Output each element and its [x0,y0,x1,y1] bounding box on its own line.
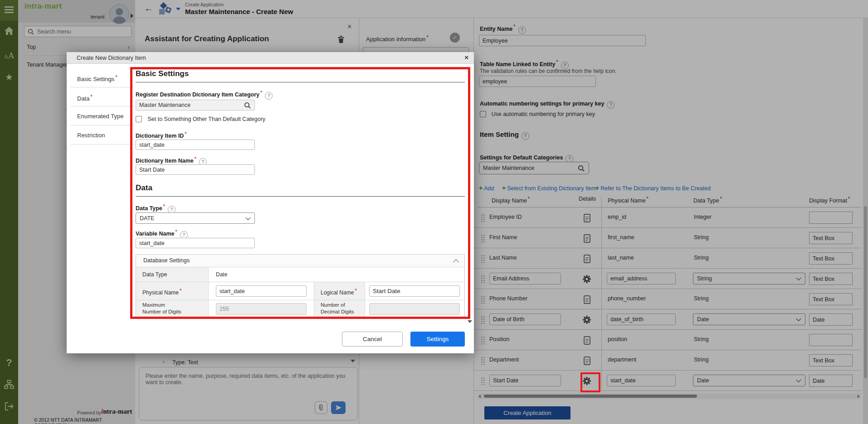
data-type-select[interactable]: DATE [136,212,255,224]
db-logical-name-field[interactable]: Start Date [369,285,460,297]
modal-title-bar: Create New Dictionary Item × [67,52,474,64]
collapse-icon [453,259,459,265]
db-row-names: Physical Name* start_date Logical Name* … [136,282,464,300]
item-id-field[interactable]: start_date [136,140,255,150]
modal-nav-enumerated-type[interactable]: Enumerated Type [77,113,123,120]
modal-nav-data[interactable]: Data* [77,94,93,102]
modal-nav-restriction[interactable]: Restriction [77,132,105,139]
search-icon [244,102,251,109]
settings-button[interactable]: Settings [410,332,465,347]
basic-settings-heading: Basic Settings [136,69,189,78]
database-settings-panel: Database Settings Data Type Date Physica… [136,254,465,319]
db-max-digits-field: 255 [216,303,307,315]
category-label: Register Destination Dictionary Item Cat… [136,90,273,100]
cancel-button[interactable]: Cancel [342,332,403,347]
category-search-field[interactable]: Master Maintenance [136,100,255,111]
database-settings-header[interactable]: Database Settings [136,255,464,267]
data-type-label: Data Type*? [136,203,176,213]
db-row-digits: Maximum Number of Digits 255 Number of D… [136,300,464,319]
application-window: AA ★ ? intra-mart tenant [0,0,868,424]
db-row-data-type: Data Type Date [136,267,464,282]
variable-name-field[interactable]: start_date [136,238,255,248]
db-decimal-digits-field [369,303,460,315]
db-physical-name-field[interactable]: start_date [216,285,307,297]
data-heading: Data [136,183,152,193]
create-dictionary-item-modal: Create New Dictionary Item × Basic Setti… [67,52,474,353]
other-category-checkbox-row: Set to Something Other Than Default Cate… [136,115,265,123]
modal-scroll-down-icon[interactable] [468,320,472,323]
modal-title: Create New Dictionary Item [77,55,146,61]
item-id-label: Dictionary Item ID* [136,131,187,139]
other-category-checkbox[interactable] [136,116,142,122]
modal-close-icon[interactable]: × [464,53,468,61]
item-name-field[interactable]: Start Date [136,164,255,175]
help-icon[interactable]: ? [265,92,273,100]
variable-name-label: Variable Name*? [136,229,188,239]
modal-nav-basic-settings[interactable]: Basic Settings* [77,74,117,82]
